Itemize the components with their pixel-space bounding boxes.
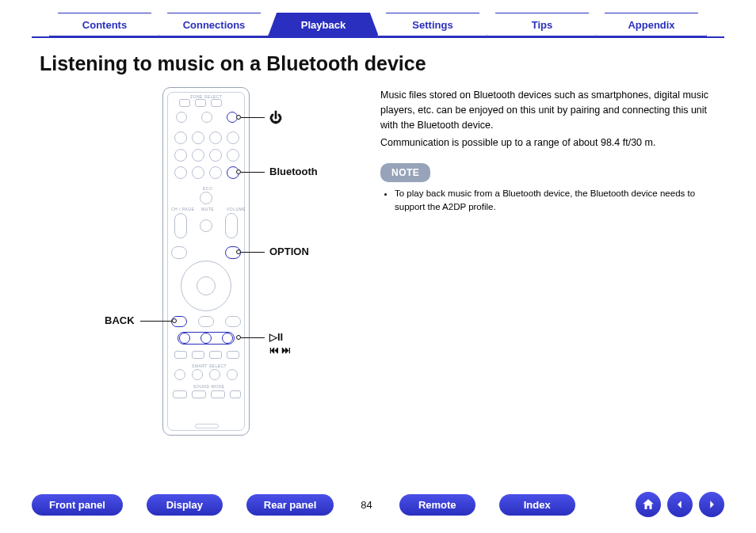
page-number: 84 [357, 499, 375, 511]
btn [176, 112, 187, 123]
btn [230, 390, 241, 398]
btn [209, 351, 222, 359]
body-paragraph-1: Music files stored on Bluetooth devices … [380, 88, 716, 132]
btn [201, 112, 212, 123]
page-title: Listening to music on a Bluetooth device [40, 52, 716, 75]
btn [209, 131, 222, 144]
nav-icon-group [636, 492, 724, 517]
btn [200, 192, 212, 204]
btn [211, 99, 222, 107]
callout-dot [172, 318, 177, 323]
btn [192, 149, 204, 162]
btn [211, 390, 225, 398]
tab-tips[interactable]: Tips [487, 13, 598, 36]
btn [209, 369, 220, 380]
body-paragraph-2: Communication is possible up to a range … [380, 135, 716, 150]
btn [192, 166, 204, 179]
btn [174, 369, 185, 380]
btn [225, 316, 241, 327]
link-rear-panel[interactable]: Rear panel [246, 494, 334, 516]
btn [200, 219, 212, 232]
link-front-panel[interactable]: Front panel [32, 494, 123, 516]
power-icon: ⏻ [269, 111, 282, 125]
btn [227, 351, 239, 359]
tab-playback[interactable]: Playback [268, 13, 379, 36]
btn [174, 149, 187, 162]
top-tab-nav: Contents Connections Playback Settings T… [0, 0, 756, 36]
link-display[interactable]: Display [147, 494, 223, 516]
btn [227, 131, 239, 144]
btn [227, 149, 239, 162]
btn [179, 99, 190, 107]
btn [174, 351, 187, 359]
callout-line [241, 117, 265, 118]
arrow-left-icon[interactable] [667, 492, 693, 517]
prev-button [179, 333, 190, 344]
link-remote[interactable]: Remote [399, 494, 475, 516]
btn [195, 99, 206, 107]
btn [171, 246, 187, 259]
footer-nav: Front panel Display Rear panel 84 Remote… [0, 492, 756, 517]
callout-line [241, 252, 265, 253]
callout-bluetooth: Bluetooth [269, 166, 318, 177]
content-area: ZONE SELECT ECO CH / PAGE MU [0, 75, 756, 455]
callout-playpause: ▷II [269, 331, 283, 343]
tab-appendix[interactable]: Appendix [596, 13, 707, 36]
btn [192, 131, 204, 144]
btn [192, 390, 206, 398]
note-list: To play back music from a Bluetooth devi… [395, 187, 716, 215]
callout-line [241, 172, 265, 173]
remote-illustration: ZONE SELECT ECO CH / PAGE MU [162, 87, 250, 436]
next-button [222, 333, 233, 344]
btn [174, 213, 187, 238]
callout-line [140, 321, 172, 322]
btn [192, 369, 203, 380]
btn [174, 166, 187, 179]
tab-connections[interactable]: Connections [158, 13, 269, 36]
btn [198, 316, 214, 327]
btn [209, 166, 222, 179]
tab-contents[interactable]: Contents [49, 13, 160, 36]
btn [227, 369, 238, 380]
btn [173, 390, 187, 398]
remote-grip [195, 424, 219, 428]
btn [209, 149, 222, 162]
callout-back: BACK [105, 314, 135, 326]
home-icon[interactable] [636, 492, 661, 517]
btn [225, 213, 238, 238]
btn [192, 351, 204, 359]
link-index[interactable]: Index [499, 494, 575, 516]
note-item: To play back music from a Bluetooth devi… [395, 187, 716, 215]
playpause-button [200, 333, 212, 344]
arrow-right-icon[interactable] [699, 492, 724, 517]
tab-settings[interactable]: Settings [377, 13, 488, 36]
nav-enter [197, 276, 216, 295]
callout-line [241, 337, 265, 338]
btn [174, 131, 187, 144]
divider [32, 36, 724, 38]
note-badge: NOTE [380, 163, 430, 182]
callout-skip: ⏮ ⏭ [269, 345, 291, 356]
body-text-column: Music files stored on Bluetooth devices … [380, 83, 716, 455]
remote-illustration-column: ZONE SELECT ECO CH / PAGE MU [40, 83, 380, 455]
callout-option: OPTION [269, 246, 309, 257]
